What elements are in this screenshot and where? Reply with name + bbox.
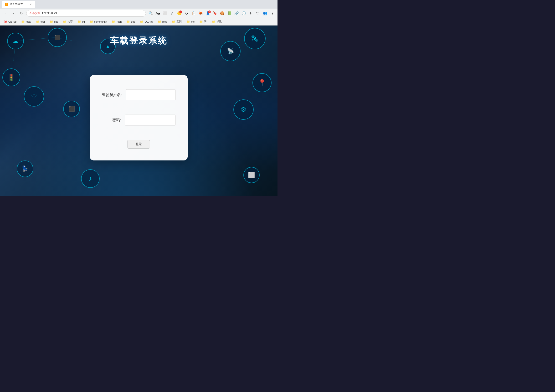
tab-close-button[interactable]: ✕ [29, 3, 32, 6]
forward-button[interactable]: › [10, 10, 17, 17]
password-input[interactable] [125, 115, 176, 126]
ext-5-icon[interactable]: 👤8 [204, 10, 211, 17]
bookmark-label: tool [41, 20, 45, 23]
address-bar-row: ‹ › ↻ ⚠ 不安全 172.35.8.73 🔍 Aa ⬜ ☆ 🟡 🛡 📋 🦊… [0, 8, 278, 18]
ext-8-icon[interactable]: 📗 [226, 10, 233, 17]
driver-name-input[interactable] [126, 89, 176, 100]
bookmark-label: local [26, 20, 31, 23]
address-bar[interactable]: ⚠ 不安全 172.35.8.73 [26, 10, 146, 17]
folder-icon: 📁 [63, 20, 66, 23]
bookmark-label: community [94, 20, 107, 23]
bookmark-shixun[interactable]: 📁 实训 [170, 19, 183, 24]
page-title: 车载登录系统 [110, 35, 167, 47]
network-node-music: ♪ [81, 169, 100, 188]
driver-name-group: 驾驶员姓名: [102, 89, 176, 100]
people-icon[interactable]: 👥 [262, 10, 269, 17]
folder-icon: 📁 [199, 20, 203, 23]
bookmark-label: 实训 [176, 20, 182, 23]
folder-icon: 📁 [172, 20, 175, 23]
bookmark-icon[interactable]: ☆ [169, 10, 175, 17]
toolbar-icons: 🔍 Aa ⬜ ☆ 🟡 🛡 📋 🦊 👤8 🔖 🍪 📗 🔗 🕐 ⬇ 🛡 👥 ⋮ [147, 10, 276, 17]
folder-icon: 📁 [158, 20, 161, 23]
bookmark-doc[interactable]: 📁 doc [124, 19, 137, 24]
network-node-misc: ⬜ [243, 167, 260, 183]
network-node-cloud: ☁ [7, 33, 24, 49]
reload-button[interactable]: ↻ [18, 10, 25, 17]
bookmark-bbs[interactable]: 📁 bbs [48, 19, 60, 24]
driver-name-label: 驾驶员姓名: [102, 92, 122, 97]
active-tab[interactable]: ⚠ 172.35.8.73 ✕ [2, 1, 35, 8]
bookmark-label: mc [191, 20, 195, 23]
bookmark-yan[interactable]: 📁 研! [197, 19, 209, 24]
network-node-road: ⬛ [48, 28, 67, 47]
bookmark-community[interactable]: 📁 community [88, 19, 109, 24]
bookmark-label: doc [131, 20, 135, 23]
login-button[interactable]: 登录 [128, 140, 150, 148]
bookmark-ecjtu[interactable]: 📁 ECJTU [138, 19, 155, 24]
bookmark-label: bbs [54, 20, 58, 23]
network-node-health: ♡ [24, 86, 44, 107]
bookmark-tool[interactable]: 📁 tool [34, 19, 47, 24]
bookmark-mc[interactable]: 📁 mc [184, 19, 197, 24]
search-toolbar-icon[interactable]: 🔍 [147, 10, 154, 17]
folder-icon: 📁 [36, 20, 40, 23]
back-button[interactable]: ‹ [2, 10, 9, 17]
github-icon: 🐙 [4, 20, 7, 23]
page-title-container: 车载登录系统 [110, 35, 167, 47]
download-icon[interactable]: ⬇ [248, 10, 254, 17]
login-btn-container: 登录 [102, 140, 176, 148]
badge-2: 8 [208, 10, 211, 13]
network-node-location: 📍 [252, 73, 271, 92]
bookmark-bishe[interactable]: 📁 毕设 [210, 19, 224, 24]
browser-chrome: ⚠ 172.35.8.73 ✕ ‹ › ↻ ⚠ 不安全 172.35.8.73 … [0, 0, 278, 26]
ext-6-icon[interactable]: 🔖 [212, 10, 218, 17]
password-row: 密码: [102, 115, 176, 126]
badge [179, 10, 182, 13]
ext-9-icon[interactable]: 🔗 [233, 10, 240, 17]
network-node-gear: ⚙ [234, 99, 254, 120]
history-icon[interactable]: 🕐 [240, 10, 247, 17]
network-node-seat: 💺 [17, 161, 33, 177]
password-label: 密码: [102, 118, 121, 123]
ext-1-icon[interactable]: 🟡 [176, 10, 183, 17]
network-node-traffic: 🚦 [2, 68, 20, 86]
tab-bar: ⚠ 172.35.8.73 ✕ [0, 0, 278, 8]
text-size-icon[interactable]: Aa [154, 10, 161, 17]
bookmark-label: 研! [204, 20, 207, 23]
bookmark-label: ctf [82, 20, 85, 23]
security-warning: ⚠ 不安全 [29, 11, 40, 15]
login-card: 驾驶员姓名: 密码: 登录 [90, 75, 188, 161]
bookmark-label: GitHub [8, 20, 16, 23]
folder-icon: 📁 [50, 20, 53, 23]
network-node-cpu: ⬛ [63, 101, 80, 117]
tab-title: 172.35.8.73 [9, 3, 28, 6]
shield-icon[interactable]: 🛡 [255, 10, 261, 17]
network-node-satellite: 🛰 [244, 28, 266, 49]
password-group: 密码: [102, 115, 176, 126]
ext-2-icon[interactable]: 🛡 [183, 10, 190, 17]
split-view-icon[interactable]: ⬜ [162, 10, 168, 17]
folder-icon: 📁 [112, 20, 115, 23]
bookmark-blog[interactable]: 📁 blog [156, 19, 169, 24]
folder-icon: 📁 [140, 20, 144, 23]
ext-3-icon[interactable]: 📋 [190, 10, 197, 17]
folder-icon: 📁 [21, 20, 25, 23]
bookmark-label: Tech [116, 20, 122, 23]
ext-7-icon[interactable]: 🍪 [219, 10, 226, 17]
folder-icon: 📁 [186, 20, 190, 23]
bookmark-ctf[interactable]: 📁 ctf [76, 19, 87, 24]
bookmark-local[interactable]: 📁 local [19, 19, 33, 24]
more-menu-icon[interactable]: ⋮ [269, 10, 276, 17]
bookmark-label: ECJTU [145, 20, 153, 23]
folder-icon: 📁 [126, 20, 130, 23]
bookmark-label: 比赛 [67, 20, 73, 23]
bookmark-github[interactable]: 🐙 GitHub [2, 19, 18, 24]
driver-name-row: 驾驶员姓名: [102, 89, 176, 100]
main-content: ☁ ⬛ 🚦 ♡ ▲ ⬛ 🛰 📡 📍 ⚙ 💺 ♪ ⬜ 车载登录系统 驾驶员姓名: … [0, 26, 278, 196]
bookmark-tech[interactable]: 📁 Tech [110, 19, 124, 24]
ext-4-icon[interactable]: 🦊 [197, 10, 204, 17]
bookmark-label: blog [162, 20, 167, 23]
network-node-antenna: 📡 [220, 41, 241, 61]
bookmark-bisai[interactable]: 📁 比赛 [61, 19, 75, 24]
folder-icon: 📁 [78, 20, 81, 23]
